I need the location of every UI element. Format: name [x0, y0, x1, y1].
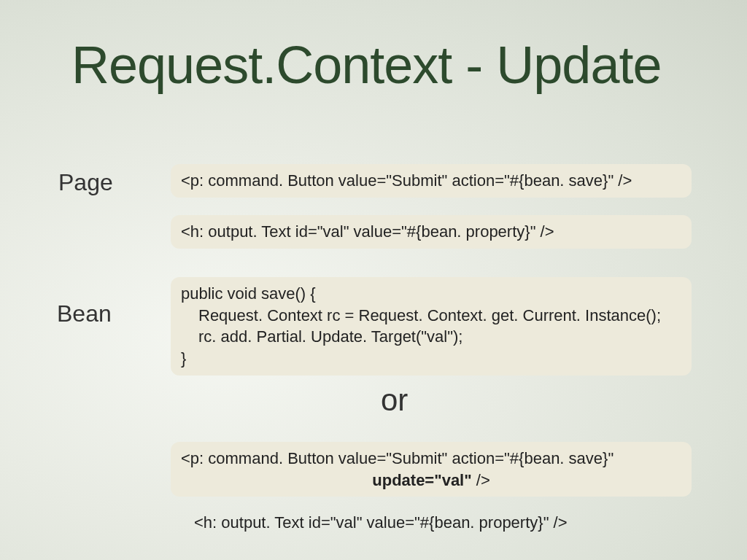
- or-label: or: [381, 383, 408, 418]
- bean-code-line2: Request. Context rc = Request. Context. …: [198, 305, 681, 327]
- alt-output-code: <h: output. Text id="val" value="#{bean.…: [184, 506, 692, 540]
- bean-label: Bean: [57, 300, 112, 327]
- slide-title: Request.Context - Update: [71, 35, 661, 95]
- alt-code: <p: command. Button value="Submit" actio…: [171, 442, 692, 497]
- bean-code-line4: }: [181, 348, 681, 370]
- page-code-1: <p: command. Button value="Submit" actio…: [171, 164, 692, 198]
- page-code-2: <h: output. Text id="val" value="#{bean.…: [171, 215, 692, 249]
- alt-code-tail: />: [472, 471, 490, 489]
- bean-code-line1: public void save() {: [181, 283, 681, 305]
- page-label: Page: [58, 169, 113, 196]
- bean-code: public void save() { Request. Context rc…: [171, 277, 692, 376]
- alt-code-bold: update="val": [372, 471, 471, 489]
- bean-code-line3: rc. add. Partial. Update. Target("val");: [198, 326, 681, 348]
- alt-code-line1: <p: command. Button value="Submit" actio…: [181, 448, 681, 470]
- alt-code-line2: update="val" />: [181, 470, 681, 491]
